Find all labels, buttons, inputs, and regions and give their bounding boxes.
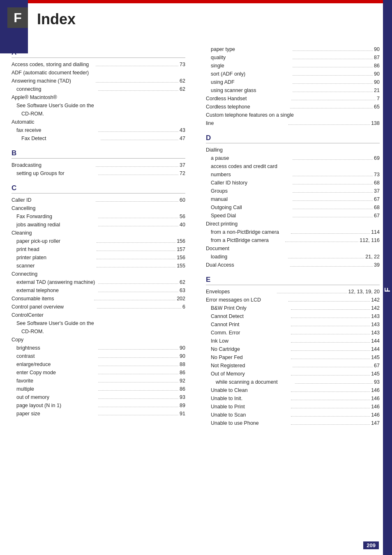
list-item: single86 xyxy=(211,62,380,70)
entry-page: 72 xyxy=(180,169,185,177)
entry-page: 157 xyxy=(177,245,185,253)
entry-dots xyxy=(291,416,370,417)
section-header-e: E xyxy=(206,276,380,285)
list-item: Cordless telephone65 xyxy=(206,103,380,111)
entry-dots xyxy=(94,300,175,300)
list-item: CD-ROM. xyxy=(21,327,185,336)
list-item: Unable to Clean146 xyxy=(211,386,380,394)
entry-label: Unable to Clean xyxy=(211,386,290,394)
entry-page: 92 xyxy=(180,377,185,385)
entry-label: Unable to use Phone xyxy=(211,419,290,427)
list-item: Out of Memory145 xyxy=(211,370,380,378)
entry-label: Fax Detect xyxy=(21,134,99,143)
list-item: Control panel overview6 xyxy=(12,303,185,311)
entry-label: paper type xyxy=(211,45,291,53)
entry-label: out of memory xyxy=(16,393,97,401)
entry-label: numbers xyxy=(211,170,291,179)
entry-label: loading xyxy=(211,253,287,261)
entry-dots xyxy=(290,108,373,108)
entry-label: external TAD (answering machine) xyxy=(16,278,97,286)
entry-dots xyxy=(98,349,179,350)
entry-dots xyxy=(291,326,370,326)
list-item: ADF (automatic document feeder) xyxy=(12,69,185,77)
list-item: Speed Dial67 xyxy=(211,212,380,220)
section-header-d: D xyxy=(206,134,380,143)
list-item: Connecting xyxy=(12,270,185,278)
entry-label: Answering machine (TAD) xyxy=(12,77,95,85)
entry-dots xyxy=(98,90,179,91)
entry-label: Groups xyxy=(211,187,291,195)
list-item: brightness90 xyxy=(16,344,185,352)
list-item: Cannot Detect143 xyxy=(211,312,380,320)
entry-page: 62 xyxy=(180,85,185,93)
list-item: line138 xyxy=(206,119,380,127)
entry-page: 90 xyxy=(374,70,380,78)
entry-label: B&W Print Only xyxy=(211,304,290,312)
page-number: 209 xyxy=(363,541,379,549)
list-item: out of memory93 xyxy=(16,393,185,401)
list-item: ControlCenter xyxy=(12,311,185,319)
sidebar-letter: F xyxy=(383,288,392,292)
entry-label: print head xyxy=(16,245,95,253)
entry-label: setting up Groups for xyxy=(16,169,97,177)
entry-page: 143 xyxy=(371,312,380,320)
entry-page: 40 xyxy=(180,221,185,229)
left-column: AAccess codes, storing and dialling73ADF… xyxy=(12,45,189,543)
entry-label: No Cartridge xyxy=(211,345,290,353)
list-item: manual67 xyxy=(211,195,380,203)
entry-page: 93 xyxy=(374,378,380,386)
list-item: Apple® Macintosh® xyxy=(12,93,185,101)
entry-page: 156 xyxy=(177,253,185,262)
entry-page: 146 xyxy=(371,386,380,394)
entry-dots xyxy=(293,184,373,184)
list-item: access codes and credit card xyxy=(211,162,380,170)
entry-page: 67 xyxy=(374,362,380,370)
entry-label: manual xyxy=(211,195,291,203)
list-item: Unable to use Phone147 xyxy=(211,419,380,427)
list-item: favorite92 xyxy=(16,377,185,385)
entry-page: 114 xyxy=(371,228,380,236)
entry-label: Comm. Error xyxy=(211,329,290,337)
list-item: from a PictBridge camera112, 116 xyxy=(211,236,380,244)
entry-label: enlarge/reduce xyxy=(16,360,97,368)
entry-label: No Paper Fed xyxy=(211,353,290,362)
entry-dots xyxy=(98,357,179,358)
entry-dots xyxy=(98,292,179,292)
entry-label: from a PictBridge camera xyxy=(211,236,284,244)
entry-label: multiple xyxy=(16,385,97,393)
list-item: Copy xyxy=(12,336,185,344)
entry-page: 202 xyxy=(177,295,185,303)
list-item: B&W Print Only142 xyxy=(211,304,380,312)
entry-label: brightness xyxy=(16,344,97,352)
list-item: Caller ID60 xyxy=(12,196,185,204)
entry-dots xyxy=(98,415,179,415)
list-item: connecting62 xyxy=(16,85,185,93)
entry-label: Out of Memory xyxy=(211,370,290,378)
list-item: Unable to Init.146 xyxy=(211,394,380,403)
list-item: jobs awaiting redial40 xyxy=(16,221,185,229)
list-item: scanner155 xyxy=(16,262,185,270)
entry-dots xyxy=(291,359,370,359)
list-item: Dialling xyxy=(206,146,380,154)
list-item: Unable to Print146 xyxy=(211,403,380,411)
list-item: Groups37 xyxy=(211,187,380,195)
right-column: paper type90quality87single86sort (ADF o… xyxy=(202,45,380,543)
list-item: See Software User's Guide on the xyxy=(16,101,185,110)
list-item: contrast90 xyxy=(16,352,185,360)
entry-dots xyxy=(291,334,370,334)
entry-page: 73 xyxy=(374,170,380,179)
entry-dots xyxy=(277,293,347,293)
entry-dots xyxy=(293,67,373,67)
entry-label: favorite xyxy=(16,377,97,385)
list-item: quality87 xyxy=(211,53,380,62)
list-item: Answering machine (TAD)62 xyxy=(12,77,185,85)
entry-dots xyxy=(98,390,179,391)
entry-dots xyxy=(98,374,179,374)
entry-dots xyxy=(291,391,370,392)
entry-page: 146 xyxy=(371,394,380,403)
entry-dots xyxy=(98,175,179,175)
list-item: while scanning a document93 xyxy=(216,378,380,386)
entry-label: Outgoing Call xyxy=(211,203,291,212)
entry-page: 146 xyxy=(371,411,380,419)
list-item: fax receive43 xyxy=(16,126,185,134)
